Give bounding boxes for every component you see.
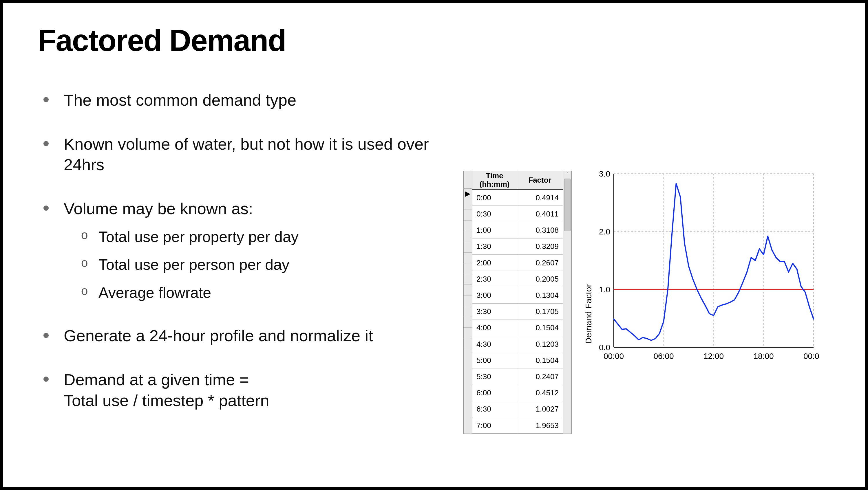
cell-factor[interactable]: 0.3108: [517, 222, 563, 238]
cell-time[interactable]: 1:30: [472, 238, 517, 254]
col-header-time[interactable]: Time (hh:mm): [472, 171, 517, 189]
slide-title: Factored Demand: [38, 23, 830, 58]
cell-time[interactable]: 2:00: [472, 255, 517, 271]
cell-factor[interactable]: 0.1504: [517, 352, 563, 368]
cell-factor[interactable]: 0.2607: [517, 255, 563, 271]
cell-time[interactable]: 1:00: [472, 222, 517, 238]
cell-factor[interactable]: 0.4011: [517, 206, 563, 222]
cell-time[interactable]: 4:30: [472, 336, 517, 352]
row-selector[interactable]: [464, 221, 472, 231]
bullet-text: Volume may be known as:: [64, 199, 253, 218]
sub-bullet-item: Total use per property per day: [81, 227, 452, 247]
row-selector[interactable]: [464, 285, 472, 295]
table-row[interactable]: 4:300.1203: [472, 336, 563, 352]
cell-factor[interactable]: 0.2407: [517, 368, 563, 385]
cell-time[interactable]: 2:30: [472, 271, 517, 287]
factor-grid: Time (hh:mm) Factor 0:000.49140:300.4011…: [472, 171, 563, 433]
row-selector[interactable]: [464, 295, 472, 306]
table-row[interactable]: 7:001.9653: [472, 417, 563, 433]
cell-time[interactable]: 5:00: [472, 352, 517, 368]
chart-y-axis-label: Demand Factor: [582, 171, 593, 434]
table-row[interactable]: 2:000.2607: [472, 255, 563, 271]
row-selector[interactable]: [464, 274, 472, 285]
table-row[interactable]: 1:000.3108: [472, 222, 563, 238]
y-tick-label: 3.0: [599, 171, 610, 178]
table-row[interactable]: 3:300.1705: [472, 303, 563, 320]
x-tick-label: 06:00: [653, 352, 674, 361]
table-row[interactable]: 5:300.2407: [472, 368, 563, 385]
col-header-time-sub: (hh:mm): [476, 180, 513, 188]
x-tick-label: 18:00: [753, 352, 774, 361]
bullet-item: Volume may be known as: Total use per pr…: [43, 198, 452, 302]
bullet-column: The most common demand type Known volume…: [38, 90, 452, 434]
table-scrollbar[interactable]: ˄: [563, 171, 571, 433]
cell-time[interactable]: 7:00: [472, 417, 517, 433]
demand-factor-chart: Demand Factor 0.01.02.03.000:0006:0012:0…: [582, 171, 819, 434]
row-selector[interactable]: [464, 210, 472, 221]
cell-time[interactable]: 5:30: [472, 368, 517, 385]
table-row[interactable]: 2:300.2005: [472, 271, 563, 287]
cell-factor[interactable]: 1.9653: [517, 417, 563, 433]
slide-frame: Factored Demand The most common demand t…: [0, 0, 868, 490]
table-row[interactable]: 0:000.4914: [472, 189, 563, 206]
cell-time[interactable]: 3:30: [472, 303, 517, 320]
row-header-column: ▶: [464, 171, 472, 433]
cell-factor[interactable]: 0.4512: [517, 385, 563, 401]
bullet-item: Generate a 24-hour profile and normalize…: [43, 325, 452, 346]
table-row[interactable]: 3:000.1304: [472, 287, 563, 303]
cell-time[interactable]: 6:00: [472, 385, 517, 401]
cell-factor[interactable]: 0.1705: [517, 303, 563, 320]
scrollbar-arrow-up-icon[interactable]: ˄: [563, 171, 571, 178]
cell-factor[interactable]: 0.1203: [517, 336, 563, 352]
cell-time[interactable]: 3:00: [472, 287, 517, 303]
row-selector[interactable]: [464, 242, 472, 253]
cell-time[interactable]: 6:30: [472, 401, 517, 417]
scrollbar-thumb[interactable]: [564, 178, 570, 231]
x-tick-label: 12:00: [704, 352, 724, 361]
row-selector[interactable]: [464, 231, 472, 242]
x-tick-label: 00:00: [603, 352, 624, 361]
row-selector[interactable]: [464, 263, 472, 274]
table-row[interactable]: 5:000.1504: [472, 352, 563, 368]
row-selector[interactable]: [464, 338, 472, 349]
sub-bullet-item: Total use per person per day: [81, 255, 452, 274]
col-header-time-label: Time: [486, 171, 503, 180]
sub-bullet-item: Average flowrate: [81, 283, 452, 302]
y-tick-label: 1.0: [599, 285, 610, 294]
col-header-factor[interactable]: Factor: [517, 171, 563, 189]
row-selector[interactable]: [464, 199, 472, 210]
y-tick-label: 2.0: [599, 227, 610, 236]
cell-time[interactable]: 0:30: [472, 206, 517, 222]
cell-factor[interactable]: 0.3209: [517, 238, 563, 254]
row-selector[interactable]: ▶: [464, 188, 472, 199]
chart-svg: 0.01.02.03.000:0006:0012:0018:0000:00: [593, 171, 819, 367]
bullet-item: Demand at a given time = Total use / tim…: [43, 369, 452, 411]
cell-factor[interactable]: 0.1504: [517, 320, 563, 336]
cell-factor[interactable]: 0.2005: [517, 271, 563, 287]
row-selector[interactable]: [464, 328, 472, 338]
row-selector[interactable]: [464, 306, 472, 317]
cell-factor[interactable]: 1.0027: [517, 401, 563, 417]
table-row[interactable]: 1:300.3209: [472, 238, 563, 254]
table-row[interactable]: 6:301.0027: [472, 401, 563, 417]
cell-time[interactable]: 4:00: [472, 320, 517, 336]
row-selector[interactable]: [464, 253, 472, 263]
y-tick-label: 0.0: [599, 343, 610, 352]
row-selector[interactable]: [464, 317, 472, 328]
table-row[interactable]: 4:000.1504: [472, 320, 563, 336]
x-tick-label: 00:00: [803, 352, 819, 361]
cell-time[interactable]: 0:00: [472, 189, 517, 206]
bullet-item: Known volume of water, but not how it is…: [43, 134, 452, 175]
bullet-item: The most common demand type: [43, 90, 452, 110]
table-row[interactable]: 6:000.4512: [472, 385, 563, 401]
cell-factor[interactable]: 0.4914: [517, 189, 563, 206]
cell-factor[interactable]: 0.1304: [517, 287, 563, 303]
factor-table: ▶ Time (hh:mm) Factor 0:000.49140:300.40…: [463, 171, 572, 434]
table-row[interactable]: 0:300.4011: [472, 206, 563, 222]
